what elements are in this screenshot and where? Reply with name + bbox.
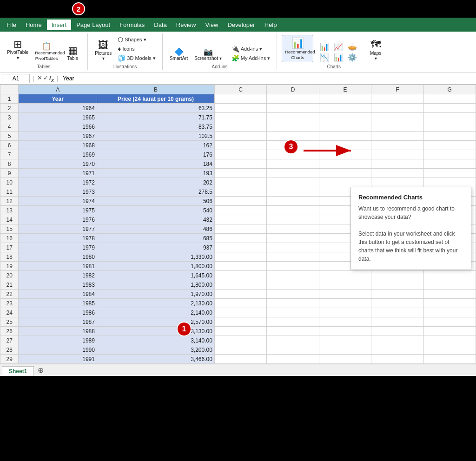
cell-empty-4-3[interactable] — [371, 122, 423, 132]
cell-empty-29-3[interactable] — [371, 355, 423, 364]
cell-g1[interactable] — [423, 94, 476, 104]
cell-empty-27-1[interactable] — [267, 336, 319, 345]
cell-a8[interactable]: 1970 — [19, 159, 97, 169]
cell-b22[interactable]: 1,970.00 — [97, 290, 214, 299]
cell-empty-2-1[interactable] — [267, 104, 319, 113]
cell-b24[interactable]: 2,140.00 — [97, 308, 214, 317]
cell-empty-17-0[interactable] — [214, 243, 266, 252]
cell-empty-14-0[interactable] — [214, 215, 266, 224]
cell-empty-28-4[interactable] — [423, 345, 476, 355]
cell-empty-13-1[interactable] — [267, 206, 319, 215]
cell-a16[interactable]: 1978 — [19, 234, 97, 243]
cell-empty-25-1[interactable] — [267, 317, 319, 327]
cell-empty-22-3[interactable] — [371, 290, 423, 299]
cell-empty-7-3[interactable] — [371, 150, 423, 159]
cell-empty-5-2[interactable] — [319, 132, 371, 141]
cell-empty-18-0[interactable] — [214, 252, 266, 262]
cell-b26[interactable]: 3,130.00 — [97, 327, 214, 336]
menu-page-layout[interactable]: Page Layout — [72, 20, 115, 30]
cell-b17[interactable]: 937 — [97, 243, 214, 252]
cell-empty-2-4[interactable] — [423, 104, 476, 113]
cell-a26[interactable]: 1988 — [19, 327, 97, 336]
menu-review[interactable]: Review — [172, 20, 201, 30]
cell-d1[interactable] — [267, 94, 319, 104]
cell-empty-7-1[interactable] — [267, 150, 319, 159]
3d-models-button[interactable]: 🧊 3D Models ▾ — [116, 54, 158, 62]
cell-empty-18-1[interactable] — [267, 252, 319, 262]
cell-b12[interactable]: 506 — [97, 197, 214, 206]
cell-b16[interactable]: 685 — [97, 234, 214, 243]
cell-b25[interactable]: 2,570.00 — [97, 317, 214, 327]
cell-empty-2-3[interactable] — [371, 104, 423, 113]
cell-empty-11-0[interactable] — [214, 187, 266, 197]
area-chart-button[interactable]: 📊 — [332, 53, 345, 62]
cell-empty-13-0[interactable] — [214, 206, 266, 215]
cell-b11[interactable]: 278.5 — [97, 187, 214, 197]
cell-b2[interactable]: 63.25 — [97, 104, 214, 113]
cell-empty-23-4[interactable] — [423, 299, 476, 308]
menu-formulas[interactable]: Formulas — [115, 20, 149, 30]
cell-a9[interactable]: 1971 — [19, 169, 97, 178]
cell-a11[interactable]: 1973 — [19, 187, 97, 197]
cell-empty-3-0[interactable] — [214, 113, 266, 122]
cell-empty-24-0[interactable] — [214, 308, 266, 317]
cell-empty-19-1[interactable] — [267, 262, 319, 271]
cell-empty-27-2[interactable] — [319, 336, 371, 345]
cell-empty-25-0[interactable] — [214, 317, 266, 327]
cell-a12[interactable]: 1974 — [19, 197, 97, 206]
cell-empty-29-4[interactable] — [423, 355, 476, 364]
cell-empty-19-0[interactable] — [214, 262, 266, 271]
line-chart-button[interactable]: 📈 — [332, 42, 345, 52]
cell-empty-14-1[interactable] — [267, 215, 319, 224]
cell-empty-6-2[interactable] — [319, 141, 371, 150]
col-f-header[interactable]: F — [371, 85, 423, 94]
col-g-header[interactable]: G — [423, 85, 476, 94]
cell-empty-6-4[interactable] — [423, 141, 476, 150]
cell-empty-22-2[interactable] — [319, 290, 371, 299]
addins-button[interactable]: 🔌 Add-ins ▾ — [230, 45, 272, 53]
cell-empty-10-1[interactable] — [267, 178, 319, 187]
cell-b8[interactable]: 184 — [97, 159, 214, 169]
cell-empty-28-3[interactable] — [371, 345, 423, 355]
cell-b29[interactable]: 3,466.00 — [97, 355, 214, 364]
cell-a22[interactable]: 1984 — [19, 290, 97, 299]
cell-empty-28-0[interactable] — [214, 345, 266, 355]
cell-empty-4-1[interactable] — [267, 122, 319, 132]
cell-empty-8-4[interactable] — [423, 159, 476, 169]
cell-b5[interactable]: 102.5 — [97, 132, 214, 141]
cell-empty-24-1[interactable] — [267, 308, 319, 317]
cell-empty-17-1[interactable] — [267, 243, 319, 252]
cell-b28[interactable]: 3,200.00 — [97, 345, 214, 355]
insert-function-icon[interactable]: fx — [49, 74, 54, 83]
cell-empty-7-2[interactable] — [319, 150, 371, 159]
cell-b1[interactable]: Price (24 karat per 10 grams) — [97, 94, 214, 104]
smartart-button[interactable]: 🔷 SmartArt — [167, 47, 190, 62]
col-b-header[interactable]: B — [97, 85, 214, 94]
menu-home[interactable]: Home — [21, 20, 46, 30]
cell-empty-5-3[interactable] — [371, 132, 423, 141]
cell-a7[interactable]: 1969 — [19, 150, 97, 159]
cell-b20[interactable]: 1,645.00 — [97, 271, 214, 280]
cell-empty-4-4[interactable] — [423, 122, 476, 132]
cell-empty-9-1[interactable] — [267, 169, 319, 178]
cell-empty-6-1[interactable] — [267, 141, 319, 150]
cell-empty-25-3[interactable] — [371, 317, 423, 327]
cell-empty-26-0[interactable] — [214, 327, 266, 336]
cell-empty-4-0[interactable] — [214, 122, 266, 132]
cell-empty-28-2[interactable] — [319, 345, 371, 355]
cell-empty-16-0[interactable] — [214, 234, 266, 243]
cell-empty-26-1[interactable] — [267, 327, 319, 336]
cell-empty-9-2[interactable] — [319, 169, 371, 178]
cell-b10[interactable]: 202 — [97, 178, 214, 187]
menu-insert[interactable]: Insert — [46, 19, 72, 30]
cell-empty-15-1[interactable] — [267, 224, 319, 234]
cell-empty-5-1[interactable] — [267, 132, 319, 141]
col-a-header[interactable]: A — [19, 85, 97, 94]
cell-a6[interactable]: 1968 — [19, 141, 97, 150]
cell-empty-21-3[interactable] — [371, 280, 423, 290]
pie-chart-button[interactable]: 🥧 — [346, 42, 359, 52]
cell-c1[interactable] — [214, 94, 266, 104]
cell-a18[interactable]: 1980 — [19, 252, 97, 262]
cell-empty-10-0[interactable] — [214, 178, 266, 187]
cancel-icon[interactable]: ✕ — [37, 74, 42, 83]
